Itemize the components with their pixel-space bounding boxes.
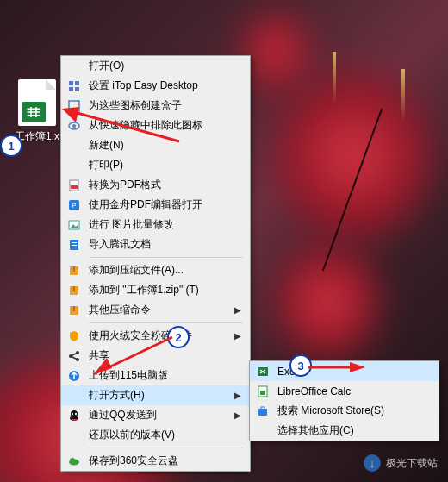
chevron-right-icon: ▶ — [234, 305, 241, 315]
share-icon — [66, 348, 82, 364]
download-icon: ↓ — [364, 454, 381, 472]
svg-point-34 — [76, 351, 79, 354]
upload-icon — [66, 368, 82, 384]
blank-icon — [66, 158, 82, 173]
svg-point-39 — [72, 412, 73, 414]
menu-send-qq[interactable]: 通过QQ发送到 ▶ — [61, 405, 250, 425]
grid-icon — [66, 78, 82, 94]
menu-label: 搜索 Microsoft Store(S) — [277, 404, 430, 418]
submenu-excel[interactable]: Excel — [250, 361, 439, 381]
chevron-right-icon: ▶ — [234, 410, 241, 420]
menu-open-with[interactable]: 打开方式(H) ▶ — [61, 385, 250, 405]
blank-icon — [255, 423, 271, 439]
svg-rect-11 — [69, 81, 73, 85]
svg-point-33 — [69, 354, 72, 358]
svg-rect-4 — [35, 107, 37, 117]
menu-new[interactable]: 新建(N) — [61, 135, 250, 155]
chevron-right-icon: ▶ — [234, 391, 241, 400]
menu-label: 打印(P) — [89, 158, 241, 172]
svg-rect-28 — [73, 266, 75, 272]
menu-tencent-doc[interactable]: 导入腾讯文档 — [61, 235, 250, 254]
image-icon — [66, 217, 82, 233]
svg-rect-14 — [75, 87, 79, 91]
separator — [89, 448, 243, 448]
svg-rect-2 — [28, 115, 40, 116]
menu-huorong[interactable]: 使用火绒安全粉碎文件 ▶ — [61, 326, 250, 346]
svg-point-40 — [75, 412, 77, 414]
menu-batch-img[interactable]: 进行 图片批量修改 — [61, 215, 250, 235]
menu-label: 进行 图片批量修改 — [89, 217, 241, 232]
annotation-3: 3 — [289, 354, 312, 377]
menu-save-360[interactable]: 保存到360安全云盘 — [61, 451, 250, 471]
annotation-1: 1 — [0, 135, 22, 157]
menu-label: 设置 iTop Easy Desktop — [89, 78, 241, 93]
desktop-file-excel[interactable]: 工作簿1.x — [11, 79, 63, 144]
menu-label: 通过QQ发送到 — [89, 408, 234, 423]
submenu-libre[interactable]: LibreOffice Calc — [250, 381, 439, 401]
svg-rect-30 — [73, 286, 75, 291]
watermark: ↓ 极光下载站 — [364, 454, 438, 472]
menu-restore-prev[interactable]: 还原以前的版本(V) — [61, 425, 250, 445]
blank-icon — [66, 388, 82, 404]
pdf-icon — [66, 178, 82, 193]
menu-label: 选择其他应用(C) — [277, 423, 430, 438]
submenu-ms-store[interactable]: 搜索 Microsoft Store(S) — [250, 401, 439, 421]
zip-icon — [66, 263, 82, 279]
eye-icon — [66, 118, 82, 134]
ms-store-icon — [255, 404, 271, 419]
blank-icon — [66, 428, 82, 443]
menu-other-zip[interactable]: 其他压缩命令 ▶ — [61, 300, 250, 320]
svg-point-35 — [76, 358, 79, 361]
menu-set-itop[interactable]: 设置 iTop Easy Desktop — [61, 76, 250, 96]
menu-print[interactable]: 打印(P) — [61, 155, 250, 175]
menu-upload-115[interactable]: 上传到115电脑版 — [61, 366, 250, 385]
menu-hide-quick[interactable]: 从快速隐藏中排除此图标 — [61, 116, 250, 135]
menu-add-zip[interactable]: 添加到压缩文件(A)... — [61, 260, 250, 280]
pdf-app-icon: P — [66, 197, 82, 213]
svg-rect-15 — [69, 101, 79, 111]
menu-add-zip-name[interactable]: 添加到 "工作簿1.zip" (T) — [61, 280, 250, 300]
svg-rect-1 — [28, 111, 40, 113]
svg-rect-32 — [73, 306, 75, 311]
menu-label: 转换为PDF格式 — [89, 178, 241, 192]
zip-icon — [66, 303, 82, 318]
tencent-doc-icon — [66, 237, 82, 253]
qq-icon — [66, 408, 82, 423]
menu-to-pdf[interactable]: 转换为PDF格式 — [61, 175, 250, 195]
annotation-2: 2 — [167, 326, 190, 348]
submenu-choose-other[interactable]: 选择其他应用(C) — [250, 421, 439, 441]
open-with-submenu: Excel LibreOffice Calc 搜索 Microsoft Stor… — [249, 360, 439, 441]
menu-label: 使用火绒安全粉碎文件 — [89, 329, 234, 343]
excel-badge-icon — [22, 102, 46, 122]
svg-rect-19 — [71, 185, 78, 189]
svg-text:P: P — [72, 203, 77, 209]
menu-label: 打开方式(H) — [89, 388, 234, 403]
menu-label: 添加到 "工作簿1.zip" (T) — [89, 283, 241, 297]
separator — [89, 257, 243, 258]
svg-rect-12 — [75, 81, 79, 85]
libreoffice-icon — [255, 384, 271, 399]
svg-rect-41 — [72, 419, 77, 421]
svg-rect-3 — [30, 107, 32, 117]
svg-point-43 — [70, 458, 75, 463]
menu-label: 上传到115电脑版 — [89, 368, 241, 383]
menu-jinzhou-pdf[interactable]: P 使用金舟PDF编辑器打开 — [61, 195, 250, 215]
box-icon — [66, 98, 82, 114]
svg-rect-25 — [72, 242, 77, 243]
menu-label: 新建(N) — [89, 138, 241, 153]
svg-rect-13 — [69, 87, 73, 91]
excel-icon — [255, 364, 271, 379]
menu-share[interactable]: 共享 — [61, 346, 250, 366]
menu-create-box[interactable]: 为这些图标创建盒子 — [61, 96, 250, 116]
svg-rect-46 — [260, 391, 265, 395]
menu-open[interactable]: 打开(O) — [61, 56, 250, 76]
context-menu: 打开(O) 设置 iTop Easy Desktop 为这些图标创建盒子 从快速… — [60, 55, 251, 472]
shield-icon — [66, 329, 82, 344]
menu-label: 打开(O) — [89, 59, 241, 73]
menu-label: 导入腾讯文档 — [89, 237, 241, 252]
svg-rect-26 — [72, 245, 77, 246]
chevron-right-icon: ▶ — [234, 331, 241, 341]
menu-label: LibreOffice Calc — [277, 385, 430, 397]
zip-icon — [66, 283, 82, 298]
file-icon — [18, 79, 56, 126]
